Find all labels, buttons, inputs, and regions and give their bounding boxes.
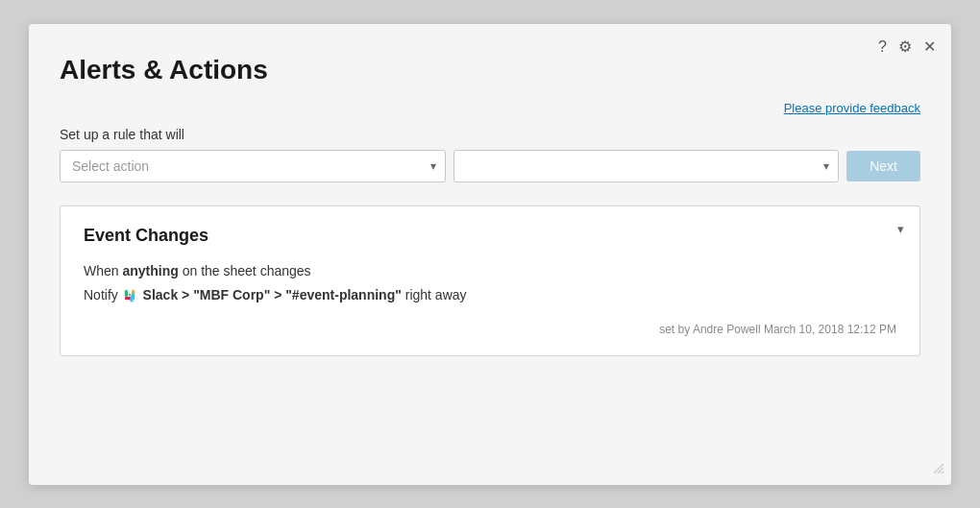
modal-container: ? ⚙ ✕ Alerts & Actions Please provide fe… (29, 24, 951, 485)
rule-card-title: Event Changes (84, 226, 896, 246)
action-select[interactable]: Select action (60, 150, 446, 182)
rule-card: ▾ Event Changes When anything on the she… (60, 206, 920, 356)
rule-description-when: When (84, 263, 122, 278)
next-button[interactable]: Next (846, 151, 920, 181)
rule-meta: set by Andre Powell March 10, 2018 12:12… (84, 323, 896, 336)
close-icon[interactable]: ✕ (923, 39, 936, 55)
svg-rect-2 (124, 294, 127, 297)
modal-toolbar: ? ⚙ ✕ (878, 39, 936, 55)
slack-icon (122, 287, 137, 302)
settings-icon[interactable]: ⚙ (898, 39, 912, 55)
action-select-wrapper: Select action ▾ (60, 150, 446, 182)
rule-description-anything: anything (122, 263, 178, 278)
svg-line-13 (942, 472, 943, 473)
rule-notify-details: > "MBF Corp" > "#event-planning" (178, 287, 402, 302)
resize-handle[interactable] (930, 460, 943, 477)
svg-rect-10 (128, 294, 130, 296)
rule-card-chevron-icon[interactable]: ▾ (897, 222, 904, 236)
rule-slack-label: Slack (143, 287, 179, 302)
rule-description-sheet: on the sheet changes (179, 263, 311, 278)
rule-notify-prefix: Notify (84, 287, 122, 302)
setup-label: Set up a rule that will (60, 127, 920, 142)
page-title: Alerts & Actions (60, 55, 920, 85)
secondary-select-wrapper: ▾ (453, 150, 840, 182)
feedback-link[interactable]: Please provide feedback (60, 101, 920, 115)
action-row: Select action ▾ ▾ Next (60, 150, 920, 182)
svg-rect-6 (132, 290, 135, 293)
help-icon[interactable]: ? (878, 39, 887, 55)
rule-description: When anything on the sheet changes Notif… (84, 259, 896, 307)
rule-notify-suffix: right away (402, 287, 467, 302)
svg-rect-8 (132, 293, 135, 300)
secondary-select[interactable] (453, 150, 840, 182)
